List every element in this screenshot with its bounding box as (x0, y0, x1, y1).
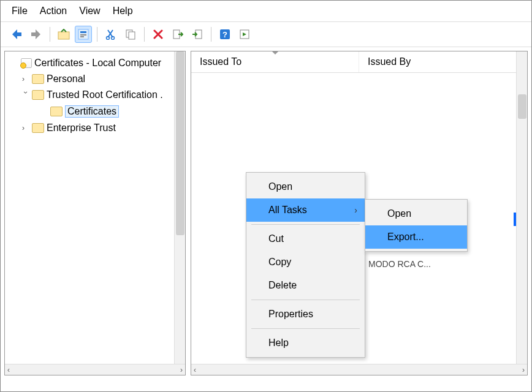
list-vertical-scrollbar[interactable] (516, 51, 527, 364)
all-tasks-submenu: Open Export... (365, 199, 468, 252)
folder-icon (32, 90, 44, 100)
sub-export[interactable]: Export... (365, 225, 467, 249)
menu-file[interactable]: File (12, 6, 28, 17)
menu-view[interactable]: View (79, 6, 100, 17)
svg-text:?: ? (222, 30, 227, 39)
tree-label: Certificates - Local Computer (34, 58, 161, 69)
svg-rect-3 (80, 34, 86, 36)
forward-icon[interactable] (28, 26, 45, 43)
folder-icon (32, 74, 44, 84)
ctx-properties[interactable]: Properties (246, 303, 365, 326)
svg-rect-0 (58, 32, 69, 39)
svg-rect-4 (80, 36, 84, 37)
import-icon[interactable] (189, 26, 206, 43)
tree-item-trusted-root[interactable]: › Trusted Root Certification . (7, 87, 183, 103)
list-horizontal-scrollbar[interactable]: ‹ › (191, 364, 527, 375)
delete-icon[interactable] (150, 26, 167, 43)
folder-icon (50, 107, 63, 116)
scroll-thumb[interactable] (518, 94, 526, 119)
list-header: Issued To Issued By (191, 51, 527, 73)
column-issued-to[interactable]: Issued To (191, 51, 359, 72)
toolbar-separator (144, 27, 145, 42)
tree-item-certificates[interactable]: Certificates (7, 103, 183, 120)
tree-item-enterprise-trust[interactable]: › Enterprise Trust (7, 120, 183, 136)
context-menu: Open All Tasks Cut Copy Delete Propertie… (246, 172, 365, 358)
menu-action[interactable]: Action (40, 6, 67, 17)
ctx-delete[interactable]: Delete (246, 274, 365, 297)
scroll-left-icon[interactable]: ‹ (194, 366, 196, 374)
certificate-tree: Certificates - Local Computer › Personal… (5, 51, 185, 140)
ctx-copy[interactable]: Copy (246, 251, 365, 274)
collapse-icon[interactable]: › (21, 91, 30, 99)
folder-icon (32, 123, 44, 133)
sub-open[interactable]: Open (365, 202, 467, 225)
tree-label: Enterprise Trust (47, 123, 116, 134)
ctx-separator (251, 300, 360, 300)
tree-vertical-scrollbar[interactable] (174, 51, 185, 364)
expand-icon[interactable]: › (22, 75, 29, 83)
tree-label: Trusted Root Certification . (47, 89, 163, 100)
copy-icon[interactable] (122, 26, 139, 43)
scroll-right-icon[interactable]: › (180, 366, 183, 374)
cut-icon[interactable] (102, 26, 120, 43)
svg-rect-2 (80, 31, 86, 33)
help-icon[interactable]: ? (216, 26, 234, 43)
obscured-row-text: MODO RCA C... (368, 259, 431, 269)
tree-item-personal[interactable]: › Personal (7, 71, 183, 87)
ctx-cut[interactable]: Cut (246, 227, 365, 251)
scroll-thumb[interactable] (176, 51, 184, 235)
toolbar-separator (50, 27, 50, 42)
menubar: File Action View Help (1, 1, 531, 22)
scroll-left-icon[interactable]: ‹ (7, 366, 10, 374)
column-issued-by[interactable]: Issued By (359, 51, 527, 72)
expand-icon[interactable]: › (22, 124, 29, 132)
export-icon[interactable] (169, 26, 186, 43)
ctx-separator (251, 328, 360, 329)
menu-help[interactable]: Help (113, 6, 133, 17)
tree-label: Certificates (65, 105, 119, 118)
properties-icon[interactable] (75, 26, 92, 43)
svg-point-6 (112, 37, 115, 40)
svg-rect-8 (129, 32, 135, 39)
refresh-icon[interactable] (236, 26, 253, 43)
folder-up-icon[interactable] (55, 26, 72, 43)
svg-point-5 (107, 37, 110, 40)
ctx-open[interactable]: Open (246, 175, 365, 198)
back-icon[interactable] (8, 26, 25, 43)
tree-root[interactable]: Certificates - Local Computer (7, 55, 183, 71)
toolbar-separator (97, 27, 97, 42)
toolbar-separator (211, 27, 211, 42)
tree-label: Personal (47, 74, 85, 85)
ctx-help[interactable]: Help (246, 331, 365, 355)
tree-pane: Certificates - Local Computer › Personal… (4, 51, 186, 375)
certificate-icon (21, 58, 32, 68)
ctx-all-tasks[interactable]: All Tasks (246, 198, 365, 222)
ctx-separator (251, 224, 360, 225)
tree-horizontal-scrollbar[interactable]: ‹ › (5, 364, 185, 375)
toolbar: ? (1, 22, 531, 47)
scroll-right-icon[interactable]: › (522, 366, 525, 374)
